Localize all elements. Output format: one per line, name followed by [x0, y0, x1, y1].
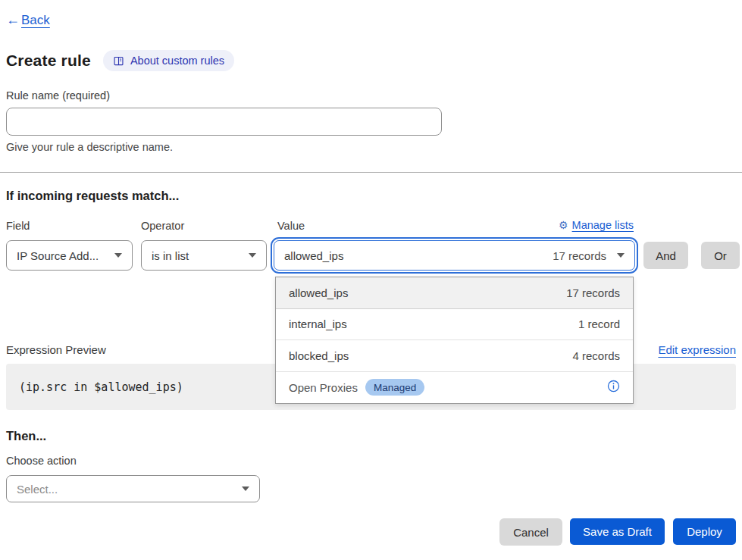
value-select-records-count: 17 records	[553, 249, 606, 262]
gear-icon: ⚙	[559, 220, 568, 230]
then-section-heading: Then...	[6, 429, 46, 443]
page-title: Create rule	[6, 52, 91, 70]
deploy-button[interactable]: Deploy	[673, 518, 736, 545]
about-custom-rules-label: About custom rules	[130, 55, 224, 67]
list-option-records: 1 record	[578, 318, 620, 330]
value-dropdown-menu: allowed_ips 17 records internal_ips 1 re…	[275, 277, 634, 404]
list-option-records: 17 records	[566, 286, 620, 299]
operator-label: Operator	[141, 220, 184, 232]
chevron-down-icon	[242, 486, 249, 491]
book-icon	[113, 55, 124, 67]
back-link-label: Back	[21, 13, 50, 28]
expression-code: (ip.src in $allowed_ips)	[19, 380, 183, 394]
chevron-down-icon	[249, 253, 256, 258]
list-option-records: 4 records	[572, 349, 620, 362]
rule-name-helper-text: Give your rule a descriptive name.	[6, 141, 173, 153]
cancel-button[interactable]: Cancel	[499, 518, 562, 546]
chevron-down-icon	[114, 253, 122, 258]
list-option-allowed-ips[interactable]: allowed_ips 17 records	[276, 277, 633, 309]
value-select-value: allowed_ips	[284, 249, 343, 262]
list-option-name: allowed_ips	[289, 286, 348, 299]
list-option-blocked-ips[interactable]: blocked_ips 4 records	[276, 340, 633, 372]
list-option-name: Open Proxies	[289, 381, 358, 394]
value-select[interactable]: allowed_ips 17 records	[274, 240, 635, 271]
operator-select-value: is in list	[152, 249, 189, 262]
action-select-placeholder: Select...	[17, 483, 58, 496]
section-divider	[0, 172, 742, 173]
operator-select[interactable]: is in list	[141, 240, 267, 271]
expression-preview-label: Expression Preview	[6, 343, 106, 356]
field-select-value: IP Source Add...	[17, 249, 99, 262]
list-option-internal-ips[interactable]: internal_ips 1 record	[276, 309, 633, 341]
managed-badge: Managed	[365, 379, 424, 396]
rule-name-input[interactable]	[6, 108, 442, 136]
list-option-name: internal_ips	[289, 318, 347, 330]
chevron-down-icon	[617, 253, 625, 258]
value-label: Value	[277, 220, 305, 232]
manage-lists-link[interactable]: ⚙ Manage lists	[559, 219, 634, 231]
match-section-heading: If incoming requests match...	[6, 189, 179, 203]
back-link[interactable]: ← Back	[6, 12, 50, 28]
and-button[interactable]: And	[643, 242, 688, 269]
action-select[interactable]: Select...	[6, 475, 260, 502]
rule-name-label: Rule name (required)	[6, 89, 110, 102]
list-option-name: blocked_ips	[289, 349, 349, 362]
field-label: Field	[6, 220, 30, 232]
back-arrow-icon: ←	[6, 12, 20, 28]
title-row: Create rule About custom rules	[6, 50, 234, 71]
about-custom-rules-link[interactable]: About custom rules	[103, 50, 234, 71]
or-button[interactable]: Or	[701, 242, 740, 269]
save-as-draft-button[interactable]: Save as Draft	[570, 518, 665, 545]
info-icon[interactable]	[607, 380, 620, 395]
list-option-open-proxies[interactable]: Open Proxies Managed	[276, 372, 633, 404]
choose-action-label: Choose action	[6, 455, 77, 467]
edit-expression-link[interactable]: Edit expression	[658, 343, 736, 356]
create-rule-page: ← Back Create rule About custom rules Ru…	[0, 0, 742, 560]
field-select[interactable]: IP Source Add...	[6, 240, 133, 271]
manage-lists-label: Manage lists	[572, 219, 634, 231]
